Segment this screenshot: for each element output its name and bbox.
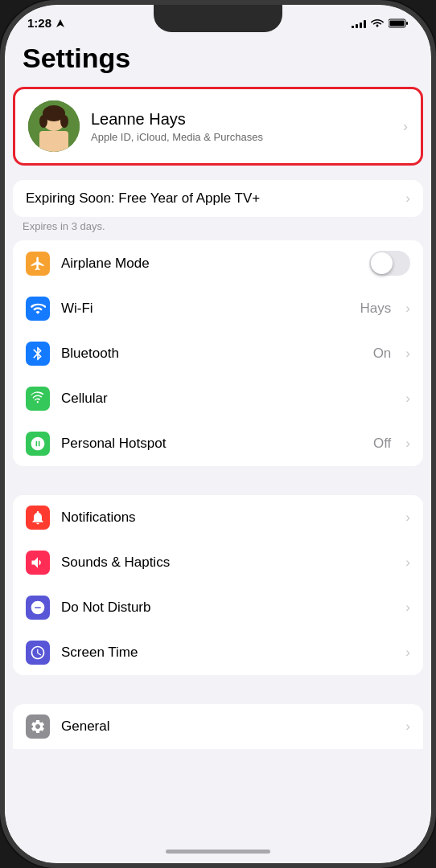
personal-hotspot-icon (26, 432, 50, 456)
sounds-label: Sounds & Haptics (61, 555, 391, 571)
general-icon (26, 714, 50, 739)
airplane-mode-row[interactable]: Airplane Mode (13, 240, 423, 286)
wifi-icon (371, 18, 384, 28)
sounds-chevron: › (405, 555, 410, 571)
home-indicator (166, 850, 270, 854)
notifications-row[interactable]: Notifications › (13, 495, 423, 540)
expires-note: Expires in 3 days. (5, 217, 431, 240)
profile-card[interactable]: Leanne Hays Apple ID, iCloud, Media & Pu… (13, 87, 423, 166)
profile-chevron: › (403, 118, 408, 135)
notifications-label: Notifications (61, 510, 391, 526)
network-settings-group: Airplane Mode Wi-Fi Hays › (13, 240, 423, 466)
svg-rect-6 (39, 131, 68, 152)
wifi-row[interactable]: Wi-Fi Hays › (13, 286, 423, 331)
do-not-disturb-icon (26, 596, 50, 620)
svg-rect-3 (390, 20, 405, 26)
cellular-chevron: › (405, 391, 410, 407)
notifications-chevron: › (405, 510, 410, 526)
cellular-label: Cellular (61, 391, 391, 407)
page-title: Settings (5, 35, 431, 87)
airplane-mode-icon (26, 252, 50, 276)
signal-bars-icon (352, 18, 366, 28)
general-settings-group: Notifications › Sounds & Haptics › (13, 495, 423, 675)
wifi-value: Hays (360, 301, 392, 317)
profile-info: Leanne Hays Apple ID, iCloud, Media & Pu… (91, 110, 392, 143)
screen-time-icon (26, 641, 50, 665)
airplane-mode-label: Airplane Mode (61, 256, 358, 272)
status-time: 1:28 (27, 16, 64, 30)
cellular-icon (26, 387, 50, 411)
bluetooth-chevron: › (405, 346, 410, 362)
wifi-chevron: › (405, 301, 410, 317)
expiring-group: Expiring Soon: Free Year of Apple TV+ › (13, 180, 423, 217)
avatar (28, 100, 80, 152)
svg-point-9 (39, 115, 47, 128)
general-row[interactable]: General › (13, 704, 423, 749)
wifi-settings-icon (26, 297, 50, 321)
toggle-thumb (371, 252, 393, 274)
profile-name: Leanne Hays (91, 110, 392, 129)
screen-time-label: Screen Time (61, 645, 391, 661)
screen-time-row[interactable]: Screen Time › (13, 630, 423, 675)
profile-subtitle: Apple ID, iCloud, Media & Purchases (91, 131, 392, 143)
bluetooth-value: On (373, 346, 392, 362)
cellular-row[interactable]: Cellular › (13, 376, 423, 421)
general-chevron: › (405, 719, 410, 735)
wifi-label: Wi-Fi (61, 301, 349, 317)
battery-icon (389, 18, 409, 28)
sounds-icon (26, 551, 50, 575)
personal-hotspot-chevron: › (405, 436, 410, 452)
do-not-disturb-label: Do Not Disturb (61, 600, 391, 616)
bluetooth-row[interactable]: Bluetooth On › (13, 331, 423, 376)
expiring-label: Expiring Soon: Free Year of Apple TV+ (26, 190, 391, 207)
personal-hotspot-row[interactable]: Personal Hotspot Off › (13, 421, 423, 466)
bluetooth-icon (26, 342, 50, 366)
phone-screen: 1:28 (5, 5, 431, 863)
svg-point-10 (60, 115, 68, 128)
do-not-disturb-chevron: › (405, 600, 410, 616)
sounds-row[interactable]: Sounds & Haptics › (13, 540, 423, 585)
expiring-row[interactable]: Expiring Soon: Free Year of Apple TV+ › (13, 180, 423, 217)
svg-marker-0 (56, 19, 64, 27)
do-not-disturb-row[interactable]: Do Not Disturb › (13, 585, 423, 630)
personal-hotspot-label: Personal Hotspot (61, 436, 362, 452)
status-icons (352, 18, 409, 28)
bluetooth-label: Bluetooth (61, 346, 362, 362)
location-icon (56, 19, 64, 27)
screen-time-chevron: › (405, 645, 410, 661)
airplane-mode-toggle[interactable] (369, 251, 410, 276)
svg-rect-2 (406, 22, 408, 25)
notifications-icon (26, 506, 50, 530)
phone-frame: 1:28 (0, 0, 436, 868)
general-label: General (61, 719, 391, 735)
expiring-chevron: › (405, 190, 410, 207)
personal-hotspot-value: Off (373, 436, 391, 452)
notch (154, 5, 282, 32)
